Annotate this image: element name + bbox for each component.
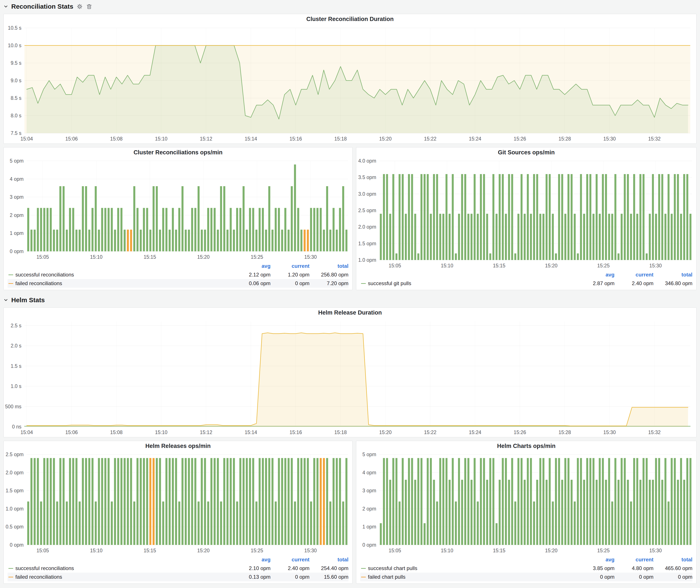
panel-title: Cluster Reconciliation Duration: [4, 14, 696, 24]
series-current: 0 opm: [615, 574, 653, 580]
legend-sort-total[interactable]: total: [310, 557, 348, 563]
series-color-marker: [361, 568, 366, 569]
svg-text:1.5 opm: 1.5 opm: [6, 488, 24, 493]
svg-text:15:05: 15:05: [36, 548, 49, 553]
legend: avg current total successful git pulls 2…: [356, 270, 696, 290]
legend-sort-total[interactable]: total: [653, 272, 692, 278]
svg-text:15:30: 15:30: [649, 263, 662, 268]
git-sources-chart[interactable]: 15:0515:1015:1515:2015:2515:301.0 opm1.5…: [356, 157, 696, 270]
series-label: successful chart pulls: [368, 565, 576, 571]
panel-title: Helm Release Duration: [4, 308, 696, 318]
legend-row-successful-chart-pulls[interactable]: successful chart pulls 3.85 opm 4.80 opm…: [360, 564, 692, 573]
panel-cluster-reconciliation-duration: Cluster Reconciliation Duration 15:0415:…: [3, 14, 697, 144]
legend-sort-avg[interactable]: avg: [576, 272, 615, 278]
svg-text:15:10: 15:10: [441, 548, 453, 553]
svg-text:15:12: 15:12: [200, 430, 212, 435]
row-header-helm-stats[interactable]: Helm Stats: [3, 295, 697, 305]
svg-text:15:12: 15:12: [200, 136, 212, 142]
legend-header: avg current total: [8, 262, 348, 270]
svg-text:15:25: 15:25: [597, 548, 610, 553]
svg-text:15:18: 15:18: [334, 136, 347, 142]
series-color-marker: [361, 283, 366, 284]
legend-sort-current[interactable]: current: [615, 557, 653, 563]
svg-text:15:25: 15:25: [597, 263, 610, 268]
panel-helm-releases-opm: Helm Releases ops/min 15:0515:1015:1515:…: [3, 441, 353, 584]
legend-row-failed-reconciliations[interactable]: failed reconciliations 0.06 opm 0 opm 7.…: [8, 279, 348, 288]
legend-row-successful-reconciliations[interactable]: successful reconciliations 2.12 opm 1.20…: [8, 270, 348, 279]
series-current: 2.40 opm: [271, 565, 310, 571]
svg-text:3.5 opm: 3.5 opm: [358, 174, 376, 180]
cluster-reconciliations-chart[interactable]: 15:0515:1015:1515:2015:2515:300 opm1 opm…: [4, 157, 352, 262]
section-title: Helm Stats: [11, 296, 45, 304]
svg-text:2.5 s: 2.5 s: [11, 323, 21, 328]
legend-sort-avg[interactable]: avg: [576, 557, 615, 563]
series-total: 0 opm: [653, 574, 692, 580]
svg-text:5 opm: 5 opm: [362, 452, 376, 457]
legend-row-successful-reconciliations[interactable]: successful reconciliations 2.10 opm 2.40…: [8, 564, 348, 573]
svg-text:15:14: 15:14: [245, 136, 257, 142]
svg-text:15:28: 15:28: [558, 430, 571, 435]
panel-helm-charts-opm: Helm Charts ops/min 15:0515:1015:1515:20…: [356, 441, 697, 584]
chevron-down-icon: [3, 298, 8, 302]
series-label: failed reconciliations: [15, 280, 232, 286]
helm-release-duration-chart[interactable]: 15:0415:0615:0815:1015:1215:1415:1615:18…: [4, 318, 696, 437]
legend-sort-avg[interactable]: avg: [232, 263, 271, 269]
svg-text:0 ns: 0 ns: [12, 424, 21, 430]
legend-sort-current[interactable]: current: [615, 272, 653, 278]
series-label: successful reconciliations: [15, 272, 232, 278]
row-header-reconciliation-stats[interactable]: Reconciliation Stats: [3, 2, 697, 11]
series-color-marker: [8, 577, 13, 577]
svg-text:15:05: 15:05: [36, 254, 49, 260]
legend-row-successful-git-pulls[interactable]: successful git pulls 2.87 opm 2.40 opm 3…: [360, 279, 692, 288]
legend-header: avg current total: [8, 556, 348, 564]
svg-text:500 ms: 500 ms: [5, 404, 21, 409]
legend-sort-total[interactable]: total: [653, 557, 692, 563]
svg-text:7.5 s: 7.5 s: [11, 130, 21, 136]
series-avg: 0.13 opm: [232, 574, 271, 580]
svg-text:15:32: 15:32: [648, 430, 661, 435]
series-avg: 0.06 opm: [232, 280, 271, 286]
series-current: 0 opm: [271, 280, 310, 286]
svg-text:2.5 opm: 2.5 opm: [358, 208, 376, 213]
series-total: 254.40 opm: [310, 565, 348, 571]
series-total: 346.80 opm: [653, 280, 692, 286]
series-total: 7.20 opm: [310, 280, 348, 286]
svg-text:3.0 opm: 3.0 opm: [358, 191, 376, 197]
legend-row-failed-chart-pulls[interactable]: failed chart pulls 0 opm 0 opm 0 opm: [360, 573, 692, 581]
svg-text:15:22: 15:22: [424, 136, 437, 142]
svg-text:9.0 s: 9.0 s: [11, 78, 21, 83]
series-current: 2.40 opm: [615, 280, 653, 286]
svg-text:15:25: 15:25: [251, 548, 263, 553]
series-color-marker: [361, 577, 366, 577]
legend-sort-current[interactable]: current: [271, 557, 310, 563]
svg-text:10.0 s: 10.0 s: [8, 43, 21, 48]
svg-text:15:08: 15:08: [110, 430, 123, 435]
svg-text:15:25: 15:25: [251, 254, 263, 260]
svg-text:15:08: 15:08: [110, 136, 123, 142]
series-avg: 2.10 opm: [232, 565, 271, 571]
helm-releases-chart[interactable]: 15:0515:1015:1515:2015:2515:300 opm0.5 o…: [4, 451, 352, 555]
svg-text:3 opm: 3 opm: [362, 488, 376, 493]
svg-text:15:20: 15:20: [197, 548, 210, 553]
gear-icon[interactable]: [76, 3, 83, 10]
trash-icon[interactable]: [86, 3, 92, 10]
cluster-reconciliation-duration-chart[interactable]: 15:0415:0615:0815:1015:1215:1415:1615:18…: [4, 24, 696, 144]
svg-text:15:18: 15:18: [334, 430, 347, 435]
legend-header: avg current total: [360, 271, 692, 279]
series-avg: 3.85 opm: [576, 565, 615, 571]
svg-text:15:32: 15:32: [648, 136, 661, 142]
legend-sort-avg[interactable]: avg: [232, 557, 271, 563]
legend-sort-total[interactable]: total: [310, 263, 348, 269]
series-avg: 0 opm: [576, 574, 615, 580]
legend-sort-current[interactable]: current: [271, 263, 310, 269]
svg-text:15:04: 15:04: [21, 136, 33, 142]
svg-text:15:15: 15:15: [144, 254, 156, 260]
svg-text:15:10: 15:10: [155, 136, 168, 142]
legend-row-failed-reconciliations[interactable]: failed reconciliations 0.13 opm 0 opm 15…: [8, 573, 348, 581]
series-total: 465.60 opm: [653, 565, 692, 571]
panel-title: Git Sources ops/min: [356, 147, 696, 157]
svg-text:2.0 opm: 2.0 opm: [6, 470, 24, 475]
series-current: 4.80 opm: [615, 565, 653, 571]
svg-text:15:26: 15:26: [514, 136, 526, 142]
helm-charts-chart[interactable]: 15:0515:1015:1515:2015:2515:300 opm1 opm…: [356, 451, 696, 555]
